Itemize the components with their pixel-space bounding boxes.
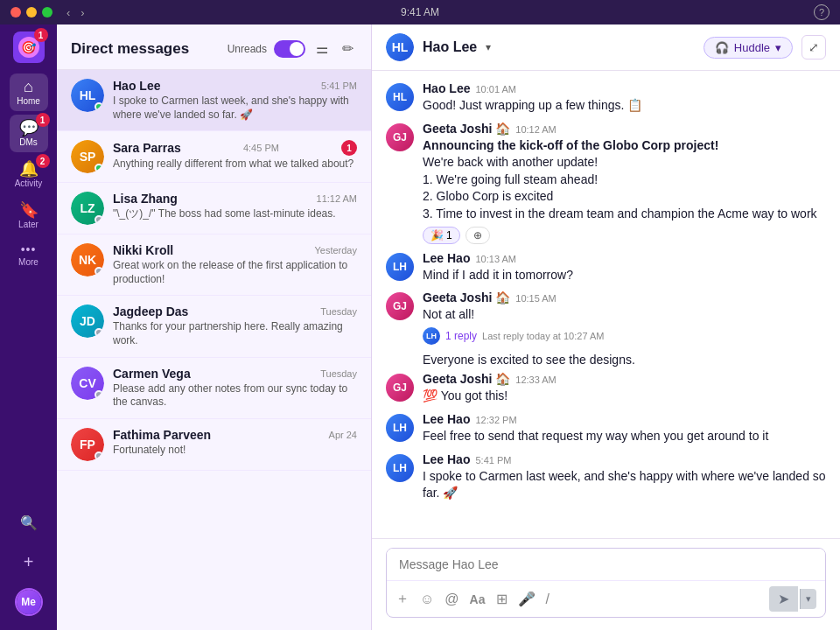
user-avatar[interactable]: Me — [15, 588, 43, 616]
add-button[interactable]: + — [10, 547, 48, 578]
workspace-logo[interactable]: 🎯 1 — [13, 32, 45, 63]
toggle-knob — [290, 42, 304, 56]
emoji-icon[interactable]: ☺ — [420, 592, 434, 607]
message-group: HL Hao Lee 10:01 AM Good! Just wrapping … — [386, 81, 826, 115]
list-item[interactable]: SP Sara Parras 4:45 PM 1 Anything really… — [57, 131, 371, 183]
compose-icon[interactable]: ✏ — [339, 37, 357, 60]
dm-name: Jagdeep Das — [113, 304, 188, 318]
chat-input-area: ＋ ☺ @ Aa ⊞ 🎤 / ➤ ▾ — [372, 538, 840, 630]
activity-badge: 2 — [36, 154, 50, 168]
reaction-add[interactable]: ⊕ — [466, 227, 490, 244]
msg-sender: Lee Hao — [423, 412, 470, 426]
list-item[interactable]: JD Jagdeep Das Tuesday Thanks for your p… — [57, 296, 371, 357]
message-group: LH Lee Hao 12:32 PM Feel free to send th… — [386, 412, 826, 445]
sidebar-item-more[interactable]: ••• More — [10, 238, 48, 272]
sidebar-item-dms[interactable]: 💬 DMs 1 — [10, 115, 48, 152]
close-button[interactable] — [10, 7, 21, 18]
dm-preview: "\_(ツ)_/" The boss had some last-minute … — [113, 207, 357, 221]
dm-content: Fathima Parveen Apr 24 Fortunately not! — [113, 428, 357, 458]
expand-button[interactable]: ⤢ — [802, 35, 826, 60]
list-item[interactable]: NK Nikki Kroll Yesterday Great work on t… — [57, 234, 371, 296]
titlebar: ‹ › 9:41 AM ? — [0, 0, 840, 24]
reply-thread[interactable]: LH 1 reply Last reply today at 10:27 AM — [423, 327, 826, 345]
avatar: NK — [71, 243, 104, 276]
navigation: ‹ › — [66, 6, 85, 19]
send-dropdown[interactable]: ▾ — [800, 589, 816, 609]
sidebar-item-activity[interactable]: 🔔 Activity 2 — [10, 156, 48, 193]
msg-text: 💯 You got this! — [423, 388, 826, 405]
dm-time: Tuesday — [320, 368, 357, 379]
slash-command-icon[interactable]: / — [546, 592, 550, 607]
back-button[interactable]: ‹ — [66, 6, 70, 19]
reply-avatar-img: LH — [423, 327, 440, 345]
sidebar-label-dms: DMs — [19, 137, 38, 147]
msg-reactions: 🎉 1 ⊕ — [423, 227, 826, 244]
sidebar-bottom: 🔍 + Me — [10, 509, 48, 623]
message-group: LH Lee Hao 5:41 PM I spoke to Carmen las… — [386, 452, 826, 502]
maximize-button[interactable] — [42, 7, 52, 18]
msg-avatar-img: GJ — [386, 292, 414, 320]
huddle-button[interactable]: 🎧 Huddle ▾ — [704, 37, 793, 59]
msg-time: 10:01 AM — [475, 84, 515, 94]
list-item[interactable]: HL Hao Lee 5:41 PM I spoke to Carmen las… — [57, 70, 371, 131]
reaction-party[interactable]: 🎉 1 — [423, 227, 460, 244]
chat-header-avatar: HL — [386, 33, 414, 61]
dm-name: Hao Lee — [113, 79, 160, 93]
input-toolbar: ＋ ☺ @ Aa ⊞ 🎤 / ➤ ▾ — [387, 580, 825, 617]
user-avatar-img: Me — [17, 590, 41, 614]
mention-icon[interactable]: @ — [444, 592, 458, 607]
avatar: HL — [71, 79, 104, 112]
filter-icon[interactable]: ⚌ — [312, 37, 332, 60]
msg-time: 10:13 AM — [475, 254, 515, 264]
huddle-dropdown-icon: ▾ — [775, 41, 781, 54]
message-input[interactable] — [387, 549, 825, 580]
sidebar-item-home[interactable]: ⌂ Home — [10, 74, 48, 111]
msg-body: Geeta Joshi 🏠 12:33 AM 💯 You got this! — [423, 372, 826, 405]
msg-time: 12:32 PM — [475, 415, 516, 425]
dm-time: 5:41 PM — [321, 80, 357, 91]
message-group: GJ Geeta Joshi 🏠 10:15 AM Not at all! LH… — [386, 290, 826, 345]
list-item[interactable]: LZ Lisa Zhang 11:12 AM "\_(ツ)_/" The bos… — [57, 183, 371, 234]
chat-panel: HL Hao Lee ▾ 🎧 Huddle ▾ ⤢ HL — [372, 24, 840, 630]
msg-avatar: GJ — [386, 123, 414, 151]
chat-input-box: ＋ ☺ @ Aa ⊞ 🎤 / ➤ ▾ — [386, 548, 826, 618]
send-button[interactable]: ➤ ▾ — [769, 586, 816, 612]
sidebar-item-later[interactable]: 🔖 Later — [10, 197, 48, 234]
msg-avatar: HL — [386, 83, 414, 111]
dm-name: Nikki Kroll — [113, 243, 173, 257]
dm-preview: Anything really different from what we t… — [113, 158, 357, 172]
forward-button[interactable]: › — [80, 6, 84, 19]
message-continuation: Everyone is excited to see the designs. — [386, 352, 826, 369]
add-icon[interactable]: ＋ — [396, 590, 410, 608]
huddle-label: Huddle — [734, 41, 770, 54]
app: 🎯 1 ⌂ Home 💬 DMs 1 🔔 Activity 2 🔖 Later … — [0, 24, 840, 630]
attach-icon[interactable]: ⊞ — [496, 591, 508, 607]
avatar: JD — [71, 304, 104, 338]
search-button[interactable]: 🔍 — [10, 509, 48, 536]
list-item[interactable]: FP Fathima Parveen Apr 24 Fortunately no… — [57, 419, 371, 471]
audio-icon[interactable]: 🎤 — [518, 591, 536, 607]
activity-icon: 🔔 — [19, 161, 38, 177]
status-dot — [94, 328, 103, 337]
list-item[interactable]: CV Carmen Vega Tuesday Please add any ot… — [57, 358, 371, 419]
msg-sender: Lee Hao — [423, 452, 470, 466]
unreads-toggle[interactable] — [274, 40, 305, 58]
msg-sender: Geeta Joshi 🏠 — [423, 372, 510, 386]
text-format-icon[interactable]: Aa — [470, 592, 486, 606]
contact-dropdown-icon[interactable]: ▾ — [486, 41, 491, 53]
msg-body: Lee Hao 12:32 PM Feel free to send that … — [423, 412, 826, 445]
help-button[interactable]: ? — [814, 4, 830, 20]
minimize-button[interactable] — [26, 7, 37, 18]
avatar: FP — [71, 428, 104, 461]
unreads-label: Unreads — [228, 43, 267, 55]
unread-badge: 1 — [341, 140, 357, 156]
msg-avatar: LH — [386, 414, 414, 442]
dm-content: Carmen Vega Tuesday Please add any other… — [113, 367, 357, 410]
msg-body: Hao Lee 10:01 AM Good! Just wrapping up … — [423, 81, 826, 115]
reply-time: Last reply today at 10:27 AM — [482, 331, 604, 341]
send-main[interactable]: ➤ — [769, 586, 798, 612]
dm-preview: Fortunately not! — [113, 444, 357, 458]
status-dot — [94, 390, 103, 399]
msg-avatar-img: GJ — [386, 123, 414, 151]
home-icon: ⌂ — [24, 79, 33, 94]
